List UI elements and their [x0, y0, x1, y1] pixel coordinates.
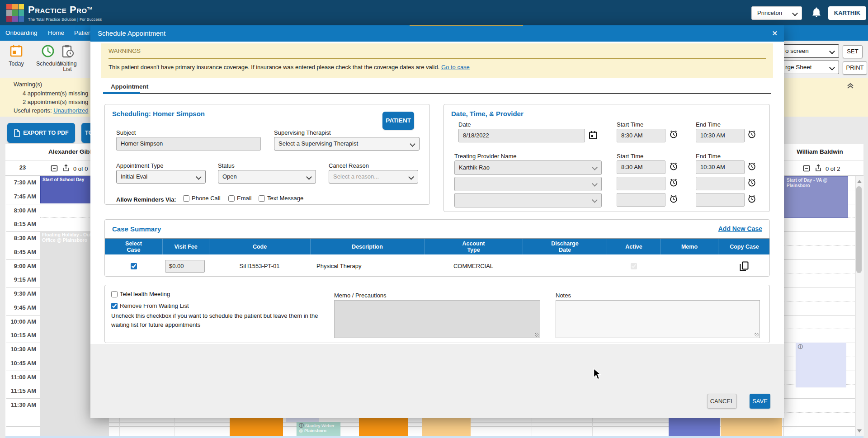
- memo-precautions-label: Memo / Precautions: [334, 292, 387, 299]
- left-calendar-mini-icon[interactable]: [51, 165, 58, 172]
- visit-fee-input[interactable]: $0.00: [165, 260, 205, 273]
- toolbar-scheduler[interactable]: Scheduler: [36, 44, 60, 67]
- date-picker-calendar-icon[interactable]: [589, 131, 598, 140]
- warning-line-2: 2 appointment(s) missing: [23, 99, 88, 105]
- end-time-input-2[interactable]: 10:30 AM: [696, 160, 745, 174]
- clock-icon[interactable]: [747, 130, 756, 139]
- scroll-down-arrow[interactable]: [857, 429, 862, 433]
- warnings-title: Warning(s): [14, 81, 42, 88]
- event-start-of-day-va[interactable]: Start of Day - VA @ Plainsboro: [784, 176, 848, 218]
- end-time-input-3[interactable]: [696, 177, 745, 190]
- reminder-text-checkbox[interactable]: Text Message: [259, 195, 303, 202]
- clock-icon[interactable]: [669, 130, 678, 139]
- case-account-type: COMMERCIAL: [424, 254, 523, 277]
- provider-select-row4[interactable]: [454, 193, 602, 207]
- save-button[interactable]: SAVE: [750, 394, 770, 409]
- case-description: Physical Therapy: [310, 254, 424, 277]
- cancel-button[interactable]: CANCEL: [707, 394, 737, 409]
- add-new-case-link[interactable]: Add New Case: [718, 225, 762, 232]
- start-time-input-2[interactable]: 8:30 AM: [617, 160, 665, 174]
- clock-icon[interactable]: [747, 194, 756, 203]
- right-appointment-count: 0 of 2: [826, 165, 840, 172]
- clock-icon[interactable]: [669, 162, 678, 171]
- notes-textarea[interactable]: [556, 300, 760, 338]
- modal-warnings-title: WARNINGS: [108, 47, 141, 54]
- go-to-case-link[interactable]: Go to case: [441, 64, 470, 71]
- remove-waiting-row[interactable]: Remove From Waiting List: [111, 302, 189, 309]
- phone-call-checkbox[interactable]: [183, 195, 189, 202]
- remove-from-waiting-checkbox[interactable]: [111, 303, 118, 309]
- copy-case-icon[interactable]: [740, 261, 749, 271]
- patient-button[interactable]: PATIENT: [382, 112, 414, 130]
- datetime-panel: Date, Time, & Provider Date 8/18/2022 St…: [443, 104, 770, 212]
- reminder-phone-checkbox[interactable]: Phone Call: [183, 195, 221, 202]
- status-select[interactable]: Open: [218, 170, 316, 184]
- time-label: 10:30 AM: [0, 346, 36, 353]
- reminder-email-checkbox[interactable]: Email: [228, 195, 252, 202]
- clock-icon[interactable]: [669, 194, 678, 203]
- scroll-up-arrow[interactable]: [857, 180, 862, 183]
- close-icon[interactable]: ✕: [772, 25, 778, 42]
- start-time-input-4[interactable]: [617, 193, 665, 207]
- select-case-checkbox[interactable]: [131, 263, 137, 269]
- collapse-chevron-up-icon[interactable]: [846, 81, 854, 89]
- toolbar-waiting-list[interactable]: WaitingList: [57, 44, 78, 72]
- time-label: 11:00 AM: [0, 374, 36, 381]
- subject-input[interactable]: Homer Simpson: [116, 137, 261, 151]
- provider-column-right[interactable]: William Baldwin: [784, 148, 856, 155]
- event-orange-1[interactable]: [230, 418, 283, 436]
- left-export-mini-icon[interactable]: [62, 164, 70, 172]
- event-lavender[interactable]: ⓘ: [796, 343, 846, 387]
- right-export-mini-icon[interactable]: [815, 164, 822, 172]
- treating-provider-label: Treating Provider Name: [454, 153, 517, 160]
- text-message-checkbox[interactable]: [259, 195, 265, 202]
- export-to-pdf-button[interactable]: EXPORT TO PDF: [7, 123, 75, 143]
- case-summary-panel: Case Summary Add New Case Select Case Vi…: [104, 219, 770, 277]
- provider-column-left[interactable]: Alexander Gibbs: [48, 148, 97, 155]
- bottom-scroll-strip: [5, 436, 863, 438]
- time-label: 9:15 AM: [0, 276, 36, 283]
- warning-line-1: 4 appointment(s) missing: [23, 90, 88, 97]
- treating-provider-select[interactable]: Karthik Rao: [454, 160, 602, 175]
- memo-precautions-textarea[interactable]: [334, 300, 540, 338]
- location-select[interactable]: Princeton: [751, 6, 802, 20]
- end-time-input-1[interactable]: 10:30 AM: [696, 129, 745, 142]
- user-button[interactable]: KARTHIK: [828, 6, 866, 20]
- nav-item-onboarding[interactable]: Onboarding: [5, 25, 38, 41]
- set-button[interactable]: SET: [843, 45, 863, 58]
- provider-select-row3[interactable]: [454, 177, 602, 191]
- time-label: 7:45 AM: [0, 193, 36, 200]
- start-time-input-3[interactable]: [617, 177, 665, 190]
- email-checkbox[interactable]: [228, 195, 235, 202]
- event-orange-2[interactable]: [359, 418, 408, 436]
- print-button[interactable]: PRINT: [843, 61, 867, 75]
- tab-appointment[interactable]: Appointment: [111, 83, 148, 90]
- modal-header: Schedule Appointment ✕: [90, 25, 784, 42]
- event-stanley-weber[interactable]: ⓘ Stanley Weber @ Plainsboro: [297, 422, 340, 436]
- date-input[interactable]: 8/18/2022: [458, 129, 585, 142]
- nav-item-home[interactable]: Home: [48, 25, 64, 41]
- supervising-label: Supervising Therapist: [274, 129, 331, 136]
- start-time-input-1[interactable]: 8:30 AM: [617, 129, 665, 142]
- event-light-orange-1[interactable]: [422, 418, 471, 436]
- options-panel: TeleHealth Meeting Remove From Waiting L…: [104, 285, 770, 343]
- scrollbar-thumb[interactable]: [856, 186, 862, 273]
- mouse-cursor: [593, 368, 604, 381]
- toolbar-today[interactable]: Today: [5, 44, 27, 67]
- event-indigo[interactable]: [669, 418, 720, 436]
- clock-icon[interactable]: [747, 162, 756, 171]
- notification-bell-icon[interactable]: [811, 7, 822, 19]
- telehealth-row[interactable]: TeleHealth Meeting: [111, 291, 170, 297]
- right-calendar-mini-icon[interactable]: [803, 165, 810, 172]
- clock-icon[interactable]: [669, 178, 678, 187]
- cancel-reason-select[interactable]: Select a reason...: [329, 170, 418, 184]
- modal-warnings-box: WARNINGS This patient doesn't have prima…: [101, 43, 773, 78]
- event-light-orange-2[interactable]: [721, 418, 782, 436]
- appointment-type-select[interactable]: Initial Eval: [116, 170, 206, 184]
- event-lavender-sliver[interactable]: [286, 418, 319, 422]
- supervising-select[interactable]: Select a Supervising Therapist: [274, 137, 420, 151]
- clock-icon[interactable]: [747, 178, 756, 187]
- end-time-input-4[interactable]: [696, 193, 745, 207]
- telehealth-checkbox[interactable]: [111, 291, 118, 297]
- unauthorized-report-link[interactable]: Unauthorized: [53, 107, 88, 114]
